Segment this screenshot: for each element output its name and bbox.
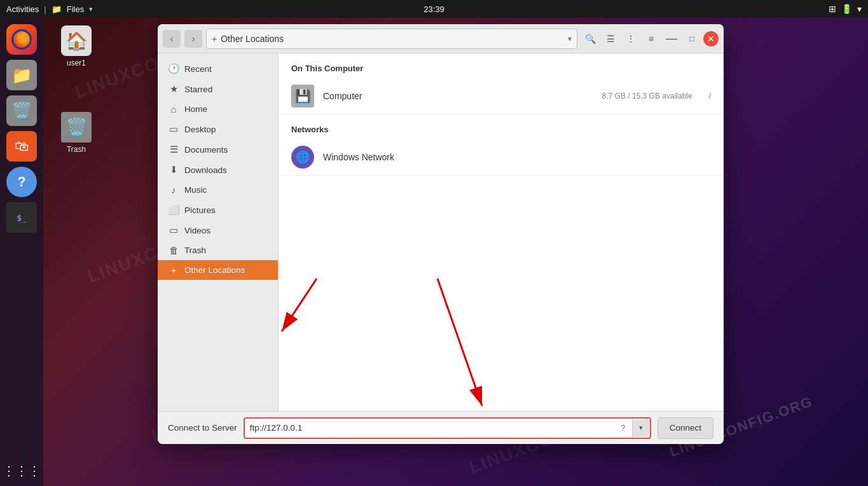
section-networks: Networks bbox=[279, 115, 724, 139]
dock-item-terminal[interactable]: $_ bbox=[6, 202, 37, 233]
top-bar: Activities | 📁 Files ▾ 23:39 ⊞ 🔋 ▾ bbox=[0, 0, 868, 18]
help-icon: ? bbox=[17, 174, 25, 190]
menu-button[interactable]: ≡ bbox=[642, 30, 660, 48]
computer-item-name: Computer bbox=[323, 91, 593, 101]
other-locations-icon: + bbox=[168, 265, 179, 275]
view-list-button[interactable]: ☰ bbox=[602, 30, 619, 48]
computer-drive-icon: 💾 bbox=[291, 85, 314, 108]
file-manager-window: ‹ › + Other Locations ▾ 🔍 ☰ ⋮ ≡ — □ ✕ 🕐 … bbox=[158, 24, 724, 444]
files-menu[interactable]: Files bbox=[67, 4, 84, 14]
desktop-icon-s: ▭ bbox=[168, 123, 179, 135]
location-text: Other Locations bbox=[221, 34, 564, 44]
view-options-button[interactable]: ⋮ bbox=[622, 30, 640, 48]
location-plus-icon: + bbox=[212, 34, 217, 44]
files-menu-arrow[interactable]: ▾ bbox=[89, 5, 93, 13]
bottom-bar: Connect to Server ? ▾ Connect bbox=[158, 411, 724, 444]
starred-icon: ★ bbox=[168, 83, 179, 95]
sidebar-item-pictures[interactable]: ⬜ Pictures bbox=[158, 200, 278, 220]
sidebar-item-documents[interactable]: ☰ Documents bbox=[158, 139, 278, 160]
sidebar-item-home-label: Home bbox=[184, 104, 207, 114]
recent-icon: 🕐 bbox=[168, 63, 179, 74]
title-bar: ‹ › + Other Locations ▾ 🔍 ☰ ⋮ ≡ — □ ✕ bbox=[158, 24, 724, 53]
sidebar-item-trash-label: Trash bbox=[184, 246, 206, 255]
location-dropdown-icon[interactable]: ▾ bbox=[568, 34, 572, 43]
dock-item-ubuntu[interactable]: 🛍 bbox=[6, 131, 37, 162]
dock-item-help[interactable]: ? bbox=[6, 167, 37, 197]
nav-forward-button[interactable]: › bbox=[184, 30, 202, 48]
desktop-icon-trash[interactable]: 🗑️ Trash bbox=[51, 112, 102, 154]
server-input[interactable] bbox=[245, 423, 614, 433]
desktop-icon-user1[interactable]: 🏠 user1 bbox=[51, 25, 102, 67]
sidebar-item-recent[interactable]: 🕐 Recent bbox=[158, 59, 278, 79]
sidebar-item-videos-label: Videos bbox=[184, 226, 210, 235]
computer-item-path: / bbox=[709, 92, 711, 101]
connect-button[interactable]: Connect bbox=[658, 417, 713, 439]
music-icon: ♪ bbox=[168, 184, 179, 195]
sidebar-item-starred-label: Starred bbox=[184, 85, 212, 94]
activities-button[interactable]: Activities bbox=[6, 4, 39, 14]
windows-network-icon: 🌐 bbox=[291, 146, 314, 169]
sidebar-item-music[interactable]: ♪ Music bbox=[158, 180, 278, 200]
minimize-button[interactable]: — bbox=[663, 30, 680, 48]
dock-item-firefox[interactable] bbox=[6, 24, 37, 55]
close-button[interactable]: ✕ bbox=[703, 31, 719, 46]
files-icon: 📁 bbox=[52, 4, 62, 14]
connect-to-server-label: Connect to Server bbox=[168, 423, 237, 433]
sidebar-item-home[interactable]: ⌂ Home bbox=[158, 99, 278, 119]
server-input-dropdown-icon[interactable]: ▾ bbox=[632, 419, 650, 437]
file-item-windows-network[interactable]: 🌐 Windows Network bbox=[279, 139, 724, 176]
pictures-icon: ⬜ bbox=[168, 204, 179, 216]
ubuntu-icon: 🛍 bbox=[15, 138, 29, 155]
trash-icon: 🗑️ bbox=[11, 101, 32, 121]
network-icon[interactable]: ⊞ bbox=[829, 4, 836, 14]
dock: 📁 🗑️ 🛍 ? $_ ⋮⋮⋮ bbox=[0, 18, 43, 486]
home-icon: ⌂ bbox=[168, 104, 179, 115]
battery-icon[interactable]: 🔋 bbox=[841, 4, 852, 14]
folder-icon: 🏠 bbox=[65, 31, 88, 52]
trash-desktop-icon: 🗑️ bbox=[65, 117, 88, 138]
dock-item-files[interactable]: 📁 bbox=[6, 60, 37, 90]
sidebar-item-other-locations-label: Other Locations bbox=[184, 265, 245, 275]
top-bar-left: Activities | 📁 Files ▾ bbox=[6, 4, 93, 14]
server-input-help-icon[interactable]: ? bbox=[614, 419, 632, 437]
videos-icon: ▭ bbox=[168, 225, 179, 236]
section-on-this-computer: On This Computer bbox=[279, 53, 724, 78]
sidebar-item-downloads[interactable]: ⬇ Downloads bbox=[158, 160, 278, 180]
sidebar-item-desktop-label: Desktop bbox=[184, 125, 216, 134]
dock-item-trash[interactable]: 🗑️ bbox=[6, 95, 37, 126]
file-area: On This Computer 💾 Computer 8,7 GB / 15,… bbox=[279, 53, 724, 411]
top-bar-right: ⊞ 🔋 ▾ bbox=[829, 4, 862, 14]
sidebar-item-desktop[interactable]: ▭ Desktop bbox=[158, 119, 278, 139]
clock: 23:39 bbox=[424, 4, 444, 14]
sidebar-item-recent-label: Recent bbox=[184, 64, 212, 74]
file-item-computer[interactable]: 💾 Computer 8,7 GB / 15,3 GB available / bbox=[279, 78, 724, 115]
downloads-icon: ⬇ bbox=[168, 164, 179, 176]
search-button[interactable]: 🔍 bbox=[581, 30, 599, 48]
sidebar-item-other-locations[interactable]: + Other Locations bbox=[158, 260, 278, 280]
computer-item-meta: 8,7 GB / 15,3 GB available bbox=[602, 92, 692, 101]
desktop-icon-trash-label: Trash bbox=[67, 145, 86, 154]
desktop-icons: 🏠 user1 🗑️ Trash bbox=[51, 25, 102, 154]
documents-icon: ☰ bbox=[168, 144, 179, 155]
terminal-icon: $_ bbox=[17, 213, 27, 223]
sidebar-item-music-label: Music bbox=[184, 185, 207, 195]
sidebar-item-pictures-label: Pictures bbox=[184, 205, 216, 215]
main-content: 🕐 Recent ★ Starred ⌂ Home ▭ Desktop ☰ Do… bbox=[158, 53, 724, 411]
sidebar-item-videos[interactable]: ▭ Videos bbox=[158, 220, 278, 240]
location-bar: + Other Locations ▾ bbox=[206, 29, 577, 49]
files-icon: 📁 bbox=[11, 66, 32, 85]
desktop-icon-user1-label: user1 bbox=[67, 59, 86, 67]
sidebar-item-trash[interactable]: 🗑 Trash bbox=[158, 240, 278, 260]
settings-icon[interactable]: ▾ bbox=[857, 4, 862, 14]
sidebar: 🕐 Recent ★ Starred ⌂ Home ▭ Desktop ☰ Do… bbox=[158, 53, 279, 411]
apps-grid-button[interactable]: ⋮⋮⋮ bbox=[3, 463, 41, 478]
title-actions: 🔍 ☰ ⋮ ≡ — □ ✕ bbox=[581, 30, 719, 48]
firefox-icon bbox=[11, 29, 32, 50]
sidebar-item-starred[interactable]: ★ Starred bbox=[158, 79, 278, 99]
sidebar-item-documents-label: Documents bbox=[184, 145, 228, 155]
maximize-button[interactable]: □ bbox=[683, 30, 701, 48]
sidebar-item-downloads-label: Downloads bbox=[184, 165, 227, 175]
windows-network-name: Windows Network bbox=[323, 152, 711, 162]
trash-sidebar-icon: 🗑 bbox=[168, 245, 179, 256]
nav-back-button[interactable]: ‹ bbox=[163, 30, 181, 48]
